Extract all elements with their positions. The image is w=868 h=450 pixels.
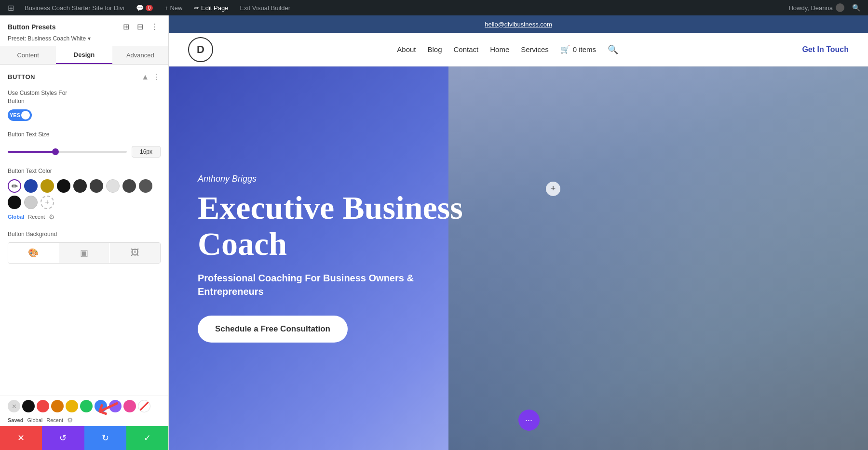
more-options-button[interactable]: ··· <box>518 410 540 431</box>
toggle-yes-label: YES <box>10 112 20 118</box>
hero-content: Anthony Briggs Executive BusinessCoach P… <box>169 145 492 372</box>
redo-button[interactable]: ↻ <box>84 426 126 450</box>
bottom-color-row: ✕ <box>8 400 161 412</box>
color-swatch-add[interactable]: + <box>41 196 54 209</box>
save-button[interactable]: ✓ <box>126 426 168 450</box>
bottom-swatch-6[interactable] <box>95 400 107 412</box>
nav-contact[interactable]: Contact <box>454 45 479 53</box>
bottom-swatch-4[interactable] <box>66 400 78 412</box>
panel-preset: Preset: Business Coach White ▾ <box>8 35 161 42</box>
section-header: Button ▲ ⋮ <box>8 72 161 81</box>
cart-icon: 🛒 <box>560 45 570 54</box>
button-background-section: Button Background 🎨 ▣ 🖼 <box>8 230 161 264</box>
tab-advanced[interactable]: Advanced <box>112 46 168 64</box>
add-module-icon[interactable]: + <box>546 182 560 196</box>
color-settings-icon[interactable]: ⚙ <box>49 213 55 221</box>
nav-blog[interactable]: Blog <box>427 45 442 53</box>
bottom-swatch-5[interactable] <box>80 400 93 412</box>
panel-title: Button Presets <box>8 23 56 31</box>
color-swatch-1[interactable] <box>24 179 38 193</box>
comments-link[interactable]: 💬 0 <box>131 0 158 15</box>
toggle-wrap: YES <box>8 109 161 121</box>
search-icon[interactable]: 🔍 <box>848 4 864 12</box>
person-image <box>448 66 868 450</box>
left-panel: Button Presets ⊞ ⊟ ⋮ Preset: Business Co… <box>0 15 169 450</box>
use-custom-styles-label: Use Custom Styles ForButton <box>8 89 161 106</box>
exit-builder-link[interactable]: Exit Visual Builder <box>235 0 295 15</box>
panel-content: Button ▲ ⋮ Use Custom Styles ForButton Y… <box>0 65 168 396</box>
bottom-swatch-pen[interactable]: ✕ <box>8 400 20 412</box>
panel-more-icon[interactable]: ⋮ <box>149 21 161 32</box>
site-topbar: hello@divibusiness.com <box>169 15 868 33</box>
cancel-button[interactable]: ✕ <box>0 426 42 450</box>
nav-links: About Blog Contact Home Services 🛒 0 ite… <box>397 44 618 55</box>
bottom-swatch-1[interactable] <box>22 400 35 412</box>
edit-page-link[interactable]: ✏ Edit Page <box>189 0 233 15</box>
panel-header: Button Presets ⊞ ⊟ ⋮ Preset: Business Co… <box>0 15 168 46</box>
bottom-swatch-3[interactable] <box>51 400 64 412</box>
bottom-saved-row: Saved Global Recent ⚙ <box>8 416 161 424</box>
custom-styles-toggle[interactable]: YES <box>8 109 32 121</box>
color-swatch-5[interactable] <box>90 179 103 193</box>
howdy-label: Howdy, Deanna <box>788 3 844 12</box>
bottom-recent-label: Recent <box>46 417 63 423</box>
nav-about[interactable]: About <box>397 45 416 53</box>
color-swatch-8[interactable] <box>139 179 152 193</box>
color-swatch-2[interactable] <box>41 179 54 193</box>
color-swatch-6[interactable] <box>106 179 120 193</box>
color-swatch-pen[interactable]: ✏ <box>8 179 21 193</box>
bg-tabs: 🎨 ▣ 🖼 <box>8 242 161 264</box>
color-swatch-white[interactable] <box>24 196 38 209</box>
section-collapse-btn[interactable]: ▲ <box>141 73 149 81</box>
bottom-swatch-slash[interactable] <box>138 400 150 412</box>
use-custom-styles-field: Use Custom Styles ForButton YES <box>8 89 161 121</box>
panel-bottom-actions: ✕ ↺ ↻ ✓ <box>0 426 168 450</box>
hero-background <box>448 66 868 450</box>
user-avatar <box>836 3 844 12</box>
new-link[interactable]: + New <box>160 0 187 15</box>
color-swatch-3[interactable] <box>57 179 70 193</box>
color-swatch-4[interactable] <box>73 179 87 193</box>
nav-cta[interactable]: Get In Touch <box>802 45 849 54</box>
nav-home[interactable]: Home <box>490 45 509 53</box>
bg-label: Button Background <box>8 230 161 238</box>
comment-icon: 💬 <box>136 4 144 12</box>
panel-columns-icon[interactable]: ⊟ <box>135 21 145 32</box>
wp-logo-icon[interactable]: ⊞ <box>4 3 18 13</box>
undo-button[interactable]: ↺ <box>42 426 84 450</box>
section-icons: ▲ ⋮ <box>141 72 161 81</box>
bottom-swatch-8[interactable] <box>123 400 136 412</box>
hero-title: Executive BusinessCoach <box>198 190 463 262</box>
button-text-color-section: Button Text Color ✏ + <box>8 167 161 221</box>
nav-search-icon[interactable]: 🔍 <box>608 44 618 55</box>
logo-text: D <box>197 43 204 56</box>
hero-section: Anthony Briggs Executive BusinessCoach P… <box>169 66 868 450</box>
text-size-slider[interactable] <box>8 151 127 153</box>
section-more-btn[interactable]: ⋮ <box>153 72 161 81</box>
site-logo: D <box>188 37 213 62</box>
site-name-link[interactable]: Business Coach Starter Site for Divi <box>20 0 129 15</box>
wp-admin-bar: ⊞ Business Coach Starter Site for Divi 💬… <box>0 0 868 15</box>
schedule-consultation-button[interactable]: Schedule a Free Consultation <box>198 316 348 343</box>
tab-content[interactable]: Content <box>0 46 56 64</box>
bg-tab-image[interactable]: 🖼 <box>110 243 160 263</box>
site-email[interactable]: hello@divibusiness.com <box>485 21 552 28</box>
preset-chevron-icon: ▾ <box>88 35 91 42</box>
color-swatch-7[interactable] <box>122 179 136 193</box>
bottom-saved-label: Saved <box>8 417 23 423</box>
bg-tab-gradient[interactable]: ▣ <box>59 243 109 263</box>
color-swatches: ✏ + <box>8 179 161 209</box>
nav-cart[interactable]: 🛒 0 items <box>560 45 596 54</box>
bottom-swatch-2[interactable] <box>37 400 49 412</box>
panel-settings-icon[interactable]: ⊞ <box>121 21 131 32</box>
tab-design[interactable]: Design <box>56 46 112 64</box>
panel-tabs: Content Design Advanced <box>0 46 168 65</box>
bottom-swatch-7[interactable] <box>109 400 122 412</box>
bottom-settings-icon[interactable]: ⚙ <box>67 416 73 424</box>
bg-tab-color[interactable]: 🎨 <box>8 243 58 263</box>
hero-subtitle: Professional Coaching For Business Owner… <box>198 271 463 298</box>
nav-services[interactable]: Services <box>521 45 549 53</box>
color-saved-row: Global Recent ⚙ <box>8 213 161 221</box>
text-size-value[interactable]: 16px <box>132 146 161 158</box>
color-swatch-9[interactable] <box>8 196 21 209</box>
